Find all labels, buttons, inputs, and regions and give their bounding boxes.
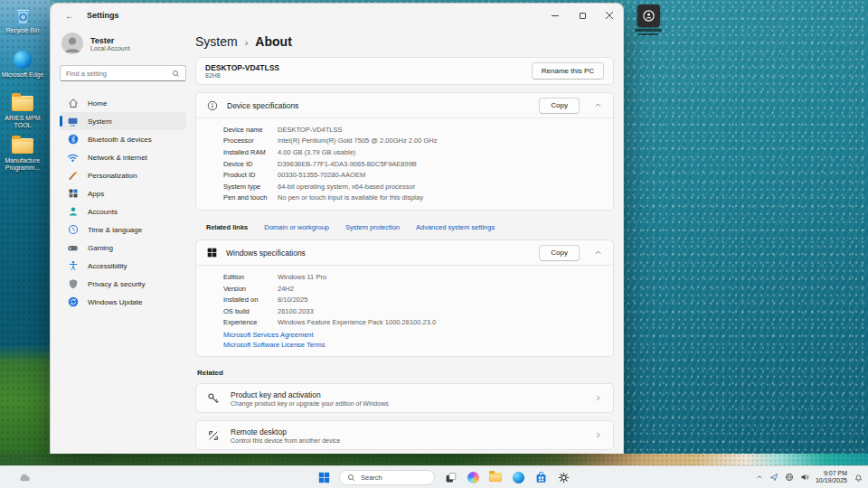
spec-row: System type64-bit operating system, x64-…	[223, 181, 602, 192]
copy-device-specs-button[interactable]: Copy	[539, 98, 580, 114]
network-icon[interactable]	[785, 473, 794, 482]
sidebar-item-label: Gaming	[88, 244, 113, 252]
key-icon	[207, 392, 220, 405]
maximize-button[interactable]	[569, 4, 596, 27]
sidebar-item-home[interactable]: Home	[60, 94, 186, 112]
sidebar-nav-list: Home System Bluetooth & devices Network …	[60, 94, 186, 311]
copilot-button[interactable]	[466, 470, 480, 484]
desktop-icon-recycle-bin[interactable]: Recycle Bin	[0, 5, 45, 34]
desktop-icon-label: Manufacture Programm...	[0, 157, 45, 172]
windows-start-icon	[318, 472, 330, 483]
desktop-icon-manufacture-folder[interactable]: Manufacture Programm...	[0, 136, 45, 172]
dark-app-label	[635, 29, 662, 32]
device-specs-header[interactable]: Device specifications Copy	[196, 93, 613, 117]
file-explorer-button[interactable]	[488, 470, 503, 484]
gear-icon	[558, 472, 570, 483]
sidebar-item-bluetooth-devices[interactable]: Bluetooth & devices	[60, 130, 186, 148]
dark-app-label	[638, 33, 658, 36]
settings-taskbar-button[interactable]	[556, 470, 571, 484]
section-title: Device specifications	[227, 101, 298, 110]
taskbar-search-label: Search	[361, 474, 382, 482]
desktop-icon-label: Recycle Bin	[6, 27, 40, 34]
row-description: Change product key or upgrade your editi…	[231, 400, 389, 407]
device-name-card: DESKTOP-VD4TLSS 82H8 Rename this PC	[195, 57, 614, 85]
sidebar-item-system[interactable]: System	[60, 112, 186, 130]
back-button[interactable]: ←	[60, 6, 80, 24]
notifications-bell-icon[interactable]	[854, 473, 863, 483]
page-title: About	[255, 34, 291, 49]
sidebar-item-accounts[interactable]: Accounts	[60, 202, 186, 221]
sidebar-item-label: Accessibility	[88, 262, 127, 270]
license-links: Microsoft Services Agreement Microsoft S…	[223, 331, 602, 350]
search-icon	[172, 70, 180, 78]
sidebar-item-windows-update[interactable]: Windows Update	[60, 293, 186, 311]
location-arrow-icon[interactable]	[769, 473, 778, 482]
spec-row: OS build26100.2033	[223, 305, 602, 317]
device-specifications-card: Device specifications Copy Device nameDE…	[195, 92, 614, 211]
spec-row: Device nameDESKTOP-VD4TLSS	[223, 124, 602, 136]
info-icon	[207, 100, 218, 111]
sidebar-item-label: Time & language	[88, 226, 142, 234]
tray-chevron-up-icon[interactable]	[756, 474, 763, 481]
remote-desktop-row[interactable]: Remote desktop Control this device from …	[195, 420, 614, 450]
sidebar-item-accessibility[interactable]: Accessibility	[60, 257, 186, 275]
folder-icon	[12, 93, 33, 113]
sidebar-item-label: Accounts	[88, 208, 118, 216]
chevron-up-icon[interactable]	[594, 249, 602, 257]
folder-icon	[12, 136, 33, 155]
link-microsoft-services-agreement[interactable]: Microsoft Services Agreement	[223, 331, 602, 341]
link-system-protection[interactable]: System protection	[345, 223, 400, 231]
widgets-button[interactable]	[18, 472, 31, 483]
system-tray: 9:07 PM 10/19/2025	[756, 470, 863, 485]
edge-button[interactable]	[511, 470, 525, 484]
sidebar-item-time-language[interactable]: Time & language	[60, 221, 186, 239]
breadcrumb-parent[interactable]: System	[195, 34, 238, 49]
device-specs-body: Device nameDESKTOP-VD4TLSS ProcessorInte…	[196, 117, 613, 210]
settings-window: ← Settings Tester Local Account Home	[50, 3, 624, 454]
link-advanced-system-settings[interactable]: Advanced system settings	[416, 223, 495, 231]
clock-date: 10/19/2025	[816, 477, 847, 485]
chevron-right-icon	[594, 431, 602, 439]
related-heading: Related	[197, 369, 614, 377]
task-view-button[interactable]	[443, 470, 458, 484]
device-name: DESKTOP-VD4TLSS	[205, 63, 279, 72]
user-name: Tester	[90, 36, 130, 45]
taskbar-clock[interactable]: 9:07 PM 10/19/2025	[816, 470, 847, 485]
spec-row: ProcessorIntel(R) Pentium(R) Gold 7505 @…	[223, 136, 602, 147]
microsoft-store-button[interactable]	[533, 470, 548, 484]
product-key-row[interactable]: Product key and activation Change produc…	[195, 383, 614, 413]
spec-row: ExperienceWindows Feature Experience Pac…	[223, 317, 602, 329]
taskbar-search[interactable]: Search	[339, 470, 435, 485]
bluetooth-icon	[67, 134, 79, 145]
clock-icon	[67, 224, 79, 236]
link-domain-or-workgroup[interactable]: Domain or workgroup	[264, 223, 329, 231]
account-type: Local Account	[90, 45, 130, 52]
user-account[interactable]: Tester Local Account	[60, 31, 186, 65]
sidebar-item-apps[interactable]: Apps	[60, 184, 186, 202]
row-title: Product key and activation	[231, 390, 389, 399]
sidebar-item-personalization[interactable]: Personalization	[60, 166, 186, 184]
chevron-up-icon[interactable]	[594, 101, 602, 109]
related-links-bar: Related links Domain or workgroup System…	[195, 218, 614, 239]
sidebar-item-label: Privacy & security	[88, 280, 146, 288]
copy-windows-specs-button[interactable]: Copy	[539, 245, 580, 261]
volume-icon[interactable]	[800, 473, 809, 482]
sidebar-item-privacy-security[interactable]: Privacy & security	[60, 275, 186, 293]
desktop-icon-dark-app[interactable]	[626, 5, 671, 35]
windows-specs-header[interactable]: Windows specifications Copy	[196, 240, 613, 265]
spec-row: Product ID00330-51355-70280-AAOEM	[223, 169, 602, 181]
edge-icon	[12, 50, 33, 70]
rename-pc-button[interactable]: Rename this PC	[532, 62, 604, 80]
shield-icon	[67, 278, 79, 290]
settings-search-box[interactable]	[60, 65, 186, 81]
chevron-right-icon	[594, 394, 602, 402]
settings-search-input[interactable]	[66, 70, 172, 78]
minimize-button[interactable]	[542, 4, 569, 27]
desktop-icon-edge[interactable]: Microsoft Edge	[0, 50, 45, 79]
sidebar-item-network-internet[interactable]: Network & internet	[60, 148, 186, 166]
link-microsoft-software-license-terms[interactable]: Microsoft Software License Terms	[223, 341, 602, 351]
start-button[interactable]	[316, 470, 331, 484]
desktop-icon-aries-folder[interactable]: ARIES MPM TOOL	[0, 93, 45, 129]
close-button[interactable]	[596, 4, 623, 27]
sidebar-item-gaming[interactable]: Gaming	[60, 239, 186, 257]
